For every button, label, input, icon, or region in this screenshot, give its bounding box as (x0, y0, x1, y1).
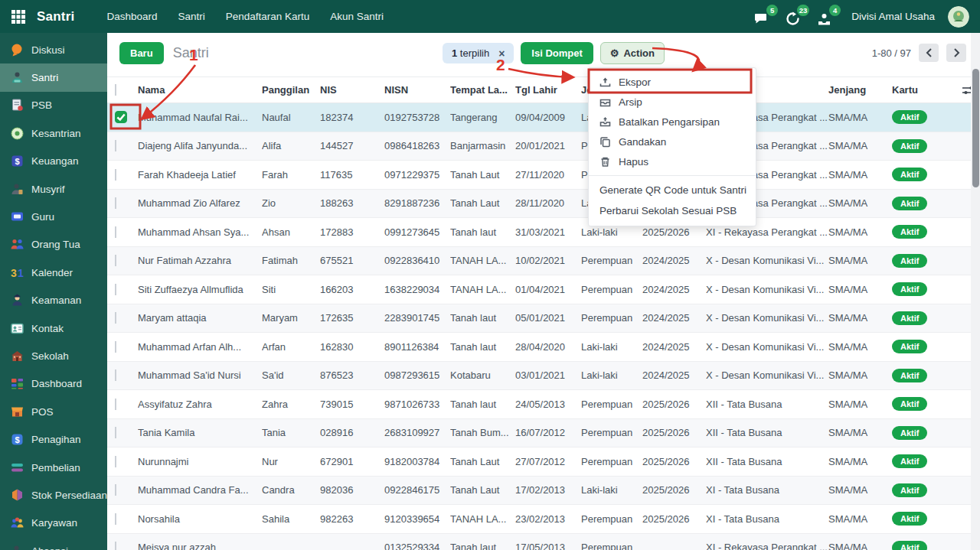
table-row[interactable]: Muhammad Ahsan Sya...Ahsan17288309912736… (107, 218, 980, 247)
table-row[interactable]: Muhammad Candra Fa...Candra9820360922846… (107, 477, 980, 506)
chat-icon[interactable]: 5 (754, 8, 773, 26)
row-checkbox[interactable] (115, 226, 116, 238)
row-checkbox[interactable] (115, 111, 127, 123)
avatar[interactable] (948, 6, 969, 28)
cell-nama: Meisya nur azzah (138, 542, 262, 550)
sidebar-item-dashboard[interactable]: Dashboard (0, 370, 107, 398)
nav-item-dashboard[interactable]: Dashboard (106, 11, 157, 22)
table-row[interactable]: Tania KamilaTania0289162683109927Tanah B… (107, 419, 980, 448)
nav-item-santri[interactable]: Santri (178, 11, 204, 22)
sekolah-icon (10, 349, 24, 363)
row-checkbox[interactable] (115, 284, 116, 295)
trash-icon (599, 156, 611, 168)
nav-item-pendaftaran-kartu[interactable]: Pendaftaran Kartu (226, 11, 310, 22)
table-row[interactable]: Muhammad Sa'id NursiSa'id876523098729361… (107, 362, 980, 391)
dropdown-item-gandakan[interactable]: Gandakan (589, 132, 756, 151)
cell-panggilan: Zio (262, 197, 320, 209)
cell-tempat-la: Tanah laut (450, 542, 515, 550)
sidebar-item-keamanan[interactable]: Keamanan (0, 287, 107, 314)
row-checkbox[interactable] (115, 140, 116, 151)
row-checkbox[interactable] (115, 542, 116, 550)
table-row[interactable]: Muhammad Zio AlfarezZio1882638291887236T… (107, 190, 980, 219)
next-page-button[interactable] (946, 44, 966, 62)
row-checkbox[interactable] (115, 399, 116, 410)
apps-grid-icon[interactable] (11, 9, 26, 24)
sidebar-item-diskusi[interactable]: Diskusi (0, 36, 107, 63)
dropdown-item-perbarui-sekolah-sesuai-psb[interactable]: Perbarui Sekolah Sesuai PSB (589, 200, 756, 221)
sidebar-item-psb[interactable]: PSB (0, 92, 107, 119)
kontak-icon (10, 321, 24, 336)
table-row[interactable]: Muhammad Arfan Alh...Arfan16283089011263… (107, 333, 980, 362)
dropdown-item-batalkan-pengarsipan[interactable]: Batalkan Pengarsipan (589, 112, 756, 132)
sidebar-item-label: Pembelian (31, 462, 80, 474)
scrollbar-track[interactable] (971, 33, 980, 550)
app-brand[interactable]: Santri (37, 9, 74, 24)
sidebar-item-musyrif[interactable]: Musyrif (0, 175, 107, 203)
dropdown-item-label: Batalkan Pengarsipan (619, 116, 720, 128)
table-row[interactable]: Assyifatuz ZahraZahra7390159871026733Tan… (107, 390, 980, 419)
table-row[interactable]: NorsahilaSahila9822639120339654TANAH LA.… (107, 505, 980, 534)
new-button[interactable]: Baru (119, 42, 164, 64)
cell-jenjang: SMA/MA (828, 255, 892, 266)
cell-tgl-lahir: 01/04/2021 (515, 284, 581, 295)
row-checkbox[interactable] (115, 197, 116, 209)
row-checkbox[interactable] (115, 369, 116, 381)
sidebar-item-kontak[interactable]: Kontak (0, 314, 107, 342)
sidebar-item-penagihan[interactable]: $Penagihan (0, 425, 107, 453)
table-row[interactable]: Farah Khadeeja LatiefFarah11763509712293… (107, 161, 980, 190)
account-name[interactable]: Divisi Amal Usaha (851, 11, 935, 22)
cell-tgl-lahir: 23/02/2013 (515, 513, 581, 525)
cell-tgl-lahir: 28/11/2020 (515, 197, 581, 209)
select-all-checkbox[interactable] (115, 84, 116, 96)
table-row[interactable]: Diajeng Alifa Janyunda...Alifa1445270986… (107, 132, 980, 161)
table-row[interactable]: NurunnajmiNur6729019182003784Tanah Laut2… (107, 447, 980, 477)
sidebar-item-pembelian[interactable]: Pembelian (0, 454, 107, 481)
prev-page-button[interactable] (919, 44, 939, 62)
cell-tempat-la: Tanah Laut (450, 484, 515, 496)
cell-nama: Muhammad Zio Alfarez (138, 197, 262, 209)
action-button[interactable]: ⚙ Action (600, 42, 665, 64)
kesantrian-icon (10, 126, 24, 141)
sidebar-item-absensi[interactable]: Absensi (0, 537, 107, 550)
sidebar-item-sekolah[interactable]: Sekolah (0, 342, 107, 369)
row-checkbox[interactable] (115, 513, 116, 525)
table-row[interactable]: Meisya nur azzah0132529334Tanah laut17/0… (107, 534, 980, 550)
row-checkbox[interactable] (115, 169, 116, 181)
sidebar-item-orang-tua[interactable]: Orang Tua (0, 231, 107, 259)
cell-jenjang: SMA/MA (828, 484, 892, 496)
sidebar-item-label: Keamanan (31, 295, 81, 306)
scrollbar-thumb[interactable] (972, 69, 979, 187)
table-row[interactable]: Maryam attaqiaMaryam1726352283901745Tana… (107, 304, 980, 334)
clear-selection-icon[interactable]: × (498, 48, 505, 59)
history-icon[interactable]: 23 (786, 8, 804, 26)
row-checkbox[interactable] (115, 341, 116, 353)
sidebar-item-kalender[interactable]: 31Kalender (0, 259, 107, 286)
status-badge: Aktif (892, 110, 927, 124)
row-checkbox[interactable] (115, 255, 116, 266)
row-checkbox[interactable] (115, 312, 116, 324)
row-checkbox-cell (115, 111, 138, 123)
dropdown-item-generate-qr-code-untuk-santri[interactable]: Generate QR Code untuk Santri (589, 180, 756, 200)
row-checkbox[interactable] (115, 427, 116, 438)
row-checkbox[interactable] (115, 484, 116, 496)
dropdown-item-hapus[interactable]: Hapus (589, 151, 756, 171)
row-checkbox[interactable] (115, 456, 116, 467)
dropdown-item-ekspor[interactable]: Ekspor (589, 72, 756, 92)
dropdown-item-arsip[interactable]: Arsip (589, 92, 756, 112)
nav-item-akun-santri[interactable]: Akun Santri (330, 11, 384, 22)
tasks-inbox-icon[interactable]: 4 (817, 8, 835, 26)
sidebar-item-karyawan[interactable]: Karyawan (0, 509, 107, 537)
table-row[interactable]: Siti Zuffaezya AllmuflidaSiti16620316382… (107, 275, 980, 304)
sidebar-item-santri[interactable]: Santri (0, 63, 107, 91)
sidebar-item-label: PSB (31, 99, 52, 111)
table-row[interactable]: Muhammad Naufal Rai...Naufal182374019275… (107, 103, 980, 132)
sidebar-item-guru[interactable]: Guru (0, 203, 107, 230)
sidebar-item-kesantrian[interactable]: Kesantrian (0, 119, 107, 147)
absensi-icon (10, 544, 24, 550)
sidebar-item-pos[interactable]: POS (0, 398, 107, 425)
wallet-button[interactable]: Isi Dompet (521, 42, 593, 64)
table-row[interactable]: Nur Fatimah AzzahraFatimah67552109228364… (107, 247, 980, 276)
kalender-icon: 31 (10, 265, 24, 280)
sidebar-item-keuangan[interactable]: $Keuangan (0, 148, 107, 175)
sidebar-item-stok-persediaan[interactable]: Stok Persediaan (0, 481, 107, 509)
